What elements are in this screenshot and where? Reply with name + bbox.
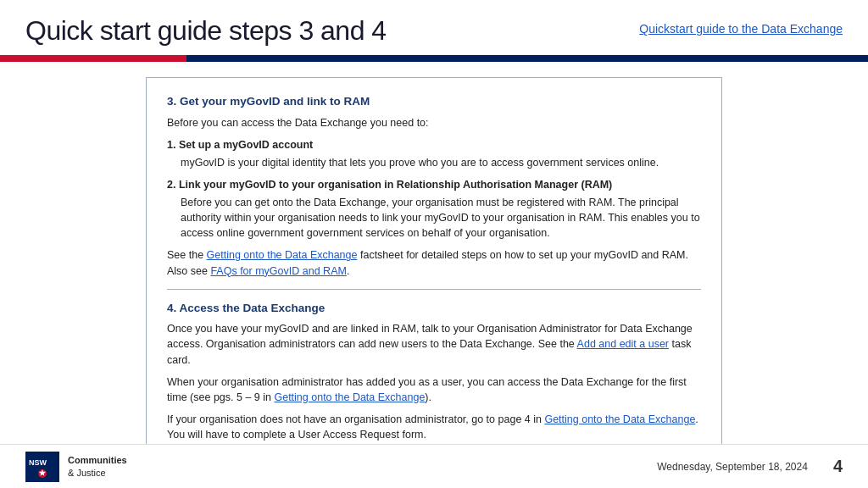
step4-title: 4. Access the Data Exchange [167, 300, 701, 317]
footer-date: Wednesday, September 18, 2024 [657, 461, 808, 473]
step4-section: 4. Access the Data Exchange Once you hav… [167, 300, 701, 442]
step3-see-text: See the Getting onto the Data Exchange f… [167, 247, 701, 278]
header: Quick start guide steps 3 and 4 Quicksta… [0, 0, 868, 55]
step3-sub1-label: 1. Set up a myGovID account [167, 137, 701, 152]
see-text-3: . [347, 265, 349, 277]
footer-org-line1: Communities [68, 455, 127, 465]
footer-org-line2: & Justice [68, 468, 106, 478]
step3-sub1-body: myGovID is your digital identity that le… [181, 155, 701, 170]
getting-onto-link-2[interactable]: Getting onto the Data Exchange [274, 391, 425, 403]
step3-sub2-label: 2. Link your myGovID to your organisatio… [167, 177, 701, 192]
quickstart-link[interactable]: Quickstart guide to the Data Exchange [639, 22, 843, 36]
main-content: 3. Get your myGovID and link to RAM Befo… [0, 62, 868, 480]
svg-text:NSW: NSW [29, 458, 47, 467]
step3-sub1: 1. Set up a myGovID account myGovID is y… [167, 137, 701, 170]
getting-onto-link-3[interactable]: Getting onto the Data Exchange [544, 413, 695, 425]
nsw-logo-icon: NSW [25, 452, 59, 482]
footer-right: Wednesday, September 18, 2024 4 [657, 457, 843, 476]
add-edit-user-link[interactable]: Add and edit a user [577, 338, 669, 350]
getting-onto-link-1[interactable]: Getting onto the Data Exchange [207, 249, 358, 261]
content-box: 3. Get your myGovID and link to RAM Befo… [146, 77, 722, 465]
step3-sub2: 2. Link your myGovID to your organisatio… [167, 177, 701, 241]
step4-para2: When your organisation administrator has… [167, 374, 701, 405]
step4-para3: If your organisation does not have an or… [167, 412, 701, 442]
step3-title: 3. Get your myGovID and link to RAM [167, 93, 701, 110]
color-bar-red [0, 55, 186, 62]
step3-sub2-body: Before you can get onto the Data Exchang… [181, 195, 701, 241]
footer-org-text: Communities & Justice [68, 454, 127, 479]
see-text-1: See the [167, 249, 207, 261]
step4-para2-end: ). [425, 391, 431, 403]
faqs-link[interactable]: FAQs for myGovID and RAM [210, 265, 346, 277]
step4-para3-text: If your organisation does not have an or… [167, 413, 544, 425]
section-divider [167, 289, 701, 290]
step4-para1: Once you have your myGovID and are linke… [167, 321, 701, 367]
footer: NSW Communities & Justice Wednesday, Sep… [0, 444, 868, 488]
step4-body: Once you have your myGovID and are linke… [167, 321, 701, 442]
step3-section: 3. Get your myGovID and link to RAM Befo… [167, 93, 701, 279]
footer-logo-area: NSW Communities & Justice [25, 452, 127, 482]
page-title: Quick start guide steps 3 and 4 [25, 15, 387, 47]
footer-page: 4 [833, 457, 843, 476]
color-bar-blue [186, 55, 868, 62]
color-bar [0, 55, 868, 62]
step3-intro: Before you can access the Data Exchange … [167, 115, 701, 130]
